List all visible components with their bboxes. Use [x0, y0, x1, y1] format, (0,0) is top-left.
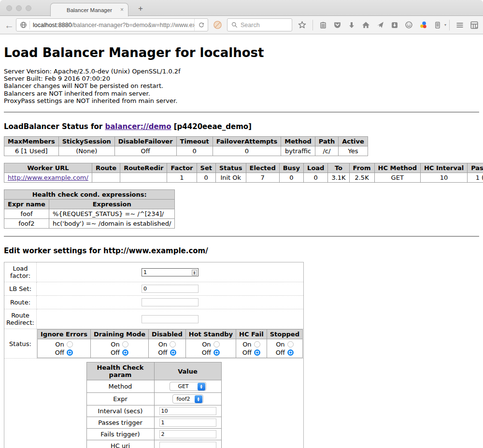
home-icon[interactable]	[362, 21, 370, 29]
select-arrows-icon: ▲▼	[195, 395, 202, 403]
field-label: Route:	[4, 296, 37, 309]
expression-cell: %{REQUEST_STATUS} =~ /^[234]/	[49, 209, 175, 219]
table-cell: 0	[197, 173, 215, 183]
new-tab-button[interactable]: +	[135, 4, 146, 14]
close-window-button[interactable]	[6, 5, 12, 11]
column-header: Expression	[49, 200, 175, 209]
inherit-note-line: Balancers are NOT inherited from main se…	[4, 90, 479, 97]
url-path: /balancer-manager?b=demo&w=http://www.ex…	[72, 22, 194, 29]
column-header: Disabled	[149, 330, 186, 339]
sidebar-clipboard-icon[interactable]	[434, 21, 441, 29]
zoom-window-button[interactable]	[26, 5, 31, 11]
radio-off-draining-mode[interactable]	[122, 349, 128, 356]
radio-off-hot-standby[interactable]	[213, 349, 220, 356]
url-text[interactable]: localhost:8880/balancer-manager?b=demo&w…	[33, 22, 194, 29]
server-version-line: Server Version: Apache/2.5.0-dev (Unix) …	[4, 68, 479, 75]
toolbar-separator-2	[449, 20, 450, 30]
radio-off-stopped[interactable]	[287, 349, 294, 356]
column-header: Passes	[468, 163, 483, 173]
tab-close-icon[interactable]: ×	[120, 6, 124, 13]
tab-bar: Balancer Manager × +	[0, 0, 483, 16]
radio-off-hc-fail[interactable]	[254, 349, 260, 356]
hc-value-cell	[154, 417, 221, 429]
column-header: Path	[315, 137, 338, 146]
extension-dots-icon[interactable]	[419, 21, 427, 29]
table-cell: 0	[279, 173, 303, 183]
minimize-window-button[interactable]	[16, 5, 22, 11]
hc-input-fails-trigger[interactable]	[159, 430, 216, 438]
form-row-hc-params: Health Check param Value Method GET	[4, 359, 304, 448]
radio-on-draining-mode[interactable]	[122, 341, 128, 347]
load-factor-input[interactable]	[142, 268, 199, 276]
select-arrows-icon: ▲▼	[198, 383, 205, 390]
field-label: Route Redirect:	[4, 309, 37, 329]
table-cell: 1 (0)	[468, 173, 483, 183]
form-row-load-factor: Load factor: ▲▼	[4, 262, 304, 282]
hc-expr-select[interactable]: foof2 ▲▼	[172, 394, 203, 404]
table-cell	[120, 173, 167, 183]
status-radio-cell: OnOff	[90, 339, 148, 358]
browser-tab[interactable]: Balancer Manager ×	[50, 3, 128, 16]
search-input[interactable]: Search	[227, 18, 292, 31]
menu-hamburger-icon[interactable]	[455, 21, 464, 29]
heading-suffix: [p4420eeae_demo]	[171, 122, 252, 131]
reload-icon[interactable]	[194, 19, 208, 31]
bookmark-star-icon[interactable]	[298, 21, 306, 29]
field-label: LB Set:	[4, 282, 37, 296]
column-header: Ignore Errors	[38, 330, 91, 339]
panel-download-icon[interactable]	[391, 21, 398, 29]
table-header-row: MaxMembersStickySessionDisableFailoverTi…	[4, 137, 368, 146]
radio-on-ignore-errors[interactable]	[67, 341, 73, 347]
hc-input-hc-uri[interactable]	[159, 442, 216, 448]
radio-off-disabled[interactable]	[170, 349, 176, 356]
search-placeholder: Search	[241, 22, 260, 29]
url-separator	[29, 21, 30, 29]
route-input[interactable]	[142, 298, 199, 306]
expr-name-cell: foof2	[4, 219, 49, 229]
menu-group	[449, 20, 479, 30]
radio-on-stopped[interactable]	[287, 341, 294, 347]
status-radio-cell: OnOff	[267, 339, 302, 358]
divider	[4, 112, 479, 113]
load-factor-stepper: ▲▼	[142, 268, 199, 276]
radio-on-hot-standby[interactable]	[213, 341, 220, 347]
table-cell: 0	[213, 146, 281, 156]
adblock-icon[interactable]	[213, 20, 222, 29]
hc-input-interval-secs[interactable]	[159, 407, 216, 415]
column-header: MaxMembers	[4, 137, 59, 146]
chevron-down-icon[interactable]: ▾	[444, 23, 446, 27]
reading-list-icon[interactable]	[319, 21, 327, 29]
send-tab-icon[interactable]	[376, 21, 384, 29]
pocket-icon[interactable]	[333, 21, 341, 29]
hc-expressions-table: Health check cond. expressions: Expr nam…	[4, 189, 175, 229]
hc-param-row: HC uri	[86, 440, 221, 448]
route-redirect-input[interactable]	[142, 315, 199, 323]
table-cell: Init Ok	[215, 173, 246, 183]
forum-smiley-icon[interactable]	[405, 21, 413, 29]
radio-on-hc-fail[interactable]	[254, 341, 260, 347]
number-spinner-icon[interactable]: ▲▼	[192, 270, 197, 275]
radio-on-disabled[interactable]	[170, 341, 176, 347]
back-icon[interactable]: ←	[4, 20, 14, 30]
table-row: foof2hc('body') =~ /domain is establishe…	[4, 219, 175, 229]
table-header-row: Expr name Expression	[4, 200, 175, 209]
hc-method-select[interactable]: GET ▲▼	[170, 382, 206, 391]
downloads-icon[interactable]	[348, 21, 355, 29]
radio-label: On	[158, 340, 167, 348]
balancer-link[interactable]: balancer://demo	[105, 122, 171, 131]
hc-input-passes-trigger[interactable]	[159, 419, 216, 427]
column-header: Active	[339, 137, 368, 146]
form-row-lb-set: LB Set:	[4, 282, 304, 296]
tab-groups-icon[interactable]	[470, 21, 479, 29]
worker-url-link[interactable]: http://www.example.com/	[8, 174, 88, 181]
form-row-route-redirect: Route Redirect:	[4, 309, 304, 329]
lb-set-input[interactable]	[142, 285, 199, 293]
radio-label: On	[202, 340, 211, 348]
hc-param-label: HC uri	[86, 440, 154, 448]
radio-off-ignore-errors[interactable]	[67, 349, 73, 356]
table-header-row: Ignore ErrorsDraining ModeDisabledHot St…	[38, 330, 303, 339]
url-bar[interactable]: localhost:8880/balancer-manager?b=demo&w…	[16, 18, 208, 31]
table-row: OnOffOnOffOnOffOnOffOnOffOnOff	[38, 339, 303, 358]
server-built-line: Server Built: Feb 9 2016 07:00:20	[4, 75, 479, 82]
globe-icon	[16, 21, 29, 29]
